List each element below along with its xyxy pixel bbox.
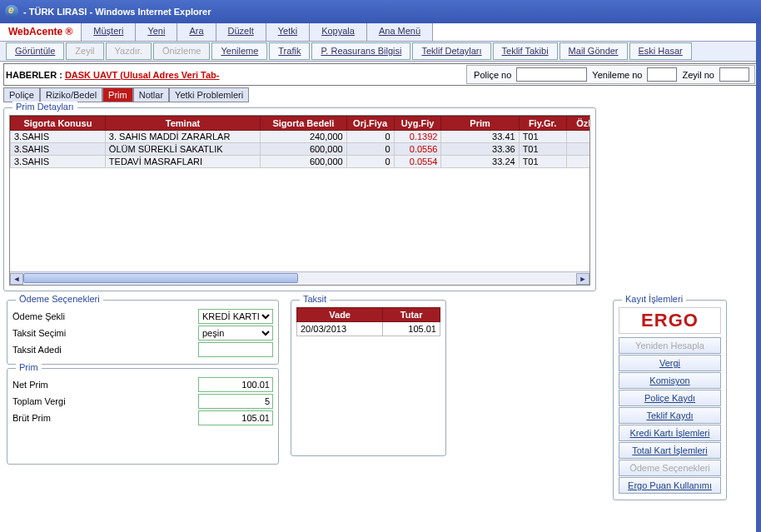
subtab-yetki-problemleri[interactable]: Yetki Problemleri xyxy=(169,87,249,102)
toolbar: GörüntüleZeyilYazdır.ÖnizlemeYenilemeTra… xyxy=(0,42,761,62)
toolbar-teklif-takibi[interactable]: Teklif Takibi xyxy=(493,42,558,60)
kayit-btn--deme-se-enekleri: Ödeme Seçenekleri xyxy=(619,460,721,476)
prim-col-5: Prim xyxy=(441,117,519,131)
menu-ana menü[interactable]: Ana Menü xyxy=(367,23,433,41)
kayit-btn-ergo-puan-kullan-m-[interactable]: Ergo Puan Kullanımı xyxy=(619,477,721,494)
police-no-label: Poliçe no xyxy=(472,70,513,80)
toplam-vergi-input[interactable] xyxy=(198,394,273,409)
odeme-legend: Ödeme Seçenekleri xyxy=(16,294,103,304)
prim-table: Sigorta KonusuTeminatSigorta BedeliOrj.F… xyxy=(10,116,590,168)
scroll-thumb[interactable] xyxy=(23,273,298,283)
toolbar-p-reasurans-bilgisi[interactable]: P. Reasurans Bilgisi xyxy=(311,42,410,60)
ie-icon xyxy=(5,5,18,18)
kayit-btn-kredi-kart-i-lemleri[interactable]: Kredi Kartı İşlemleri xyxy=(619,425,721,441)
lower-area: Ödeme Seçenekleri Ödeme Şekli KREDİ KART… xyxy=(3,296,758,504)
news-link[interactable]: DASK UAVT (Ulusal Adres Veri Tab- xyxy=(65,70,220,80)
kayit-btn-yeniden-hesapla: Yeniden Hesapla xyxy=(619,337,721,354)
kayit-legend: Kayıt İşlemleri xyxy=(622,294,686,304)
h-scrollbar[interactable]: ◄ ► xyxy=(10,271,589,285)
subtab-prim[interactable]: Prim xyxy=(102,87,133,102)
subtabs: PoliçeRiziko/BedelPrimNotlarYetki Proble… xyxy=(3,87,758,102)
prim-col-2: Sigorta Bedeli xyxy=(261,117,347,131)
toolbar-eski-hasar[interactable]: Eski Hasar xyxy=(629,42,692,60)
toolbar--nizleme: Önizleme xyxy=(153,42,210,60)
toolbar-zeyil: Zeyil xyxy=(66,42,103,60)
subtab-poli-e[interactable]: Poliçe xyxy=(3,87,40,102)
subtab-riziko-bedel[interactable]: Riziko/Bedel xyxy=(40,87,102,102)
prim-col-0: Sigorta Konusu xyxy=(11,117,106,131)
kayit-group: Kayıt İşlemleri ERGO Yeniden HesaplaVerg… xyxy=(613,300,727,500)
zeyil-no-label: Zeyil no xyxy=(680,70,716,80)
toplam-vergi-label: Toplam Vergi xyxy=(12,396,112,406)
prim-col-1: Teminat xyxy=(105,117,260,131)
taksit-adedi-input[interactable] xyxy=(198,342,273,357)
police-no-input[interactable] xyxy=(516,67,587,82)
scroll-right-arrow[interactable]: ► xyxy=(576,273,589,285)
scroll-track[interactable] xyxy=(23,273,576,285)
taksit-adedi-label: Taksit Adedi xyxy=(12,345,112,355)
taksit-legend: Taksit xyxy=(300,294,330,304)
prim-legend2: Prim xyxy=(16,362,42,372)
net-prim-label: Net Prim xyxy=(12,380,112,390)
menu-yeni[interactable]: Yeni xyxy=(136,23,177,41)
kayit-btn-komisyon[interactable]: Komisyon xyxy=(619,372,721,389)
news-label: HABERLER : xyxy=(6,70,65,80)
table-row[interactable]: 3.SAHISÖLÜM SÜREKLİ SAKATLIK600,00000.05… xyxy=(11,143,591,156)
prim-group: Prim Net Prim Toplam Vergi Brüt Prim xyxy=(7,368,279,465)
kayit-btn-poli-e-kayd-[interactable]: Poliçe Kaydı xyxy=(619,390,721,406)
taksit-group: Taksit Vade Tutar 20/03/2013105.01 xyxy=(291,300,446,456)
prim-col-6: Fiy.Gr. xyxy=(519,117,566,131)
taksit-secimi-select[interactable]: peşin xyxy=(198,326,273,341)
toolbar-yenileme[interactable]: Yenileme xyxy=(211,42,267,60)
prim-table-wrap: Sigorta KonusuTeminatSigorta BedeliOrj.F… xyxy=(9,115,590,286)
scroll-left-arrow[interactable]: ◄ xyxy=(10,273,23,285)
prim-details-legend: Prim Detayları xyxy=(12,102,77,112)
taksit-secimi-label: Taksit Seçimi xyxy=(12,328,112,338)
window-title: - TÜRK LIRASI - Windows Internet Explore… xyxy=(23,7,211,17)
window-right-border xyxy=(756,23,761,532)
menu-yetki[interactable]: Yetki xyxy=(266,23,310,41)
brand-label: WebAcente ® xyxy=(0,23,82,41)
menu-ara[interactable]: Ara xyxy=(177,23,216,41)
window-titlebar: - TÜRK LIRASI - Windows Internet Explore… xyxy=(0,0,761,23)
kayit-btn-teklif-kayd-[interactable]: Teklif Kaydı xyxy=(619,407,721,424)
toolbar-yazd-r-: Yazdır. xyxy=(106,42,152,60)
prim-col-4: Uyg.Fiy xyxy=(394,117,441,131)
kayit-btn-total-kart-i-lemleri[interactable]: Total Kart İşlemleri xyxy=(619,442,721,459)
subtab-notlar[interactable]: Notlar xyxy=(133,87,169,102)
net-prim-input[interactable] xyxy=(198,377,273,392)
menu-müşteri[interactable]: Müşteri xyxy=(82,23,136,41)
menu-kopyala[interactable]: Kopyala xyxy=(310,23,367,41)
toolbar-mail-g-nder[interactable]: Mail Gönder xyxy=(560,42,628,60)
menu-düzelt[interactable]: Düzelt xyxy=(216,23,266,41)
odeme-sekli-select[interactable]: KREDİ KARTI xyxy=(198,309,273,324)
yenileme-no-input[interactable] xyxy=(647,67,677,82)
policy-fields: Poliçe no Yenileme no Zeyil no xyxy=(466,65,755,84)
kayit-btn-vergi[interactable]: Vergi xyxy=(619,355,721,371)
odeme-group: Ödeme Seçenekleri Ödeme Şekli KREDİ KART… xyxy=(7,300,279,365)
info-row: HABERLER : DASK UAVT (Ulusal Adres Veri … xyxy=(3,63,758,86)
toolbar-trafik[interactable]: Trafik xyxy=(269,42,310,60)
zeyil-no-input[interactable] xyxy=(719,67,749,82)
toolbar-teklif-detaylar-[interactable]: Teklif Detayları xyxy=(412,42,490,60)
table-row[interactable]: 3.SAHISTEDAVİ MASRAFLARI600,00000.055433… xyxy=(11,156,591,168)
taksit-col-vade: Vade xyxy=(297,308,383,322)
prim-col-3: Orj.Fiya xyxy=(346,117,394,131)
toolbar-g-r-nt-le[interactable]: Görüntüle xyxy=(6,42,64,60)
taksit-col-tutar: Tutar xyxy=(383,308,440,322)
brut-prim-label: Brüt Prim xyxy=(12,413,112,423)
prim-details-group: Prim Detayları Sigorta KonusuTeminatSigo… xyxy=(3,107,596,291)
prim-col-7: Özl xyxy=(566,117,590,131)
taksit-table: Vade Tutar 20/03/2013105.01 xyxy=(296,307,440,336)
brut-prim-input[interactable] xyxy=(198,410,273,425)
yenileme-no-label: Yenileme no xyxy=(590,70,644,80)
taksit-row[interactable]: 20/03/2013105.01 xyxy=(297,322,440,336)
menubar: WebAcente ® MüşteriYeniAraDüzeltYetkiKop… xyxy=(0,23,761,42)
odeme-sekli-label: Ödeme Şekli xyxy=(12,311,112,321)
ergo-logo: ERGO xyxy=(619,307,721,334)
table-row[interactable]: 3.SAHIS3. SAHIS MADDİ ZARARLAR240,00000.… xyxy=(11,131,591,143)
